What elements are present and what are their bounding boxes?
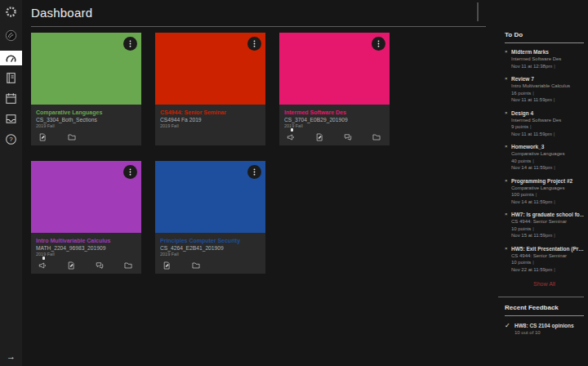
- nav-item-dashboard[interactable]: [0, 51, 22, 65]
- course-card-color-header[interactable]: [31, 161, 141, 233]
- due-text: Nov 11 at 12:38pm: [511, 64, 552, 69]
- course-card-title[interactable]: Intermed Software Des: [284, 109, 385, 116]
- close-x-icon[interactable]: ×: [505, 212, 508, 217]
- announcement-icon[interactable]: [38, 261, 47, 270]
- course-card[interactable]: Intro Multivariable Calculus MATH_2204_9…: [31, 161, 141, 274]
- course-card[interactable]: Intermed Software Des CS_3704_E0B29_2019…: [279, 33, 390, 145]
- course-card[interactable]: CS4944: Senior Seminar CS4944 Fa 2019 20…: [155, 33, 265, 145]
- assignment-icon[interactable]: [38, 133, 47, 141]
- unread-indicator-dot: [291, 128, 293, 132]
- course-card-term: 2019 Fall: [36, 123, 136, 129]
- todo-item[interactable]: × Midterm Marks Intermed Software Des No…: [505, 49, 584, 69]
- kebab-dots-glyph: [127, 40, 134, 47]
- feedback-item-title[interactable]: HW8: CS 2104 opinions: [514, 322, 584, 329]
- canvas-logo-icon[interactable]: [0, 3, 22, 20]
- calendar-icon: [5, 92, 17, 105]
- courses-book-icon: [5, 72, 17, 84]
- course-card-title[interactable]: Comparative Languages: [36, 109, 136, 116]
- course-card[interactable]: Comparative Languages CS_3304_Both_Secti…: [31, 33, 141, 145]
- separator: |: [530, 124, 532, 129]
- assignment-icon[interactable]: [67, 261, 75, 270]
- due-text: Nov 15 at 11:59pm: [511, 233, 552, 238]
- todo-item[interactable]: × Programming Project #2 Comparative Lan…: [505, 178, 584, 206]
- kebab-menu-icon[interactable]: [247, 37, 261, 51]
- close-x-icon[interactable]: ×: [505, 76, 508, 82]
- announcement-icon[interactable]: [287, 133, 295, 141]
- todo-item-title[interactable]: Homework_3: [511, 144, 584, 150]
- help-question-icon: ?: [5, 133, 17, 145]
- course-card-info: Principles Computer Security CS_4264_E2B…: [155, 233, 265, 273]
- course-card-color-header[interactable]: [31, 33, 141, 105]
- nav-item-help[interactable]: ?: [0, 131, 22, 147]
- folder-icon[interactable]: [372, 133, 381, 141]
- course-card-color-header[interactable]: [155, 33, 265, 105]
- nav-item-inbox[interactable]: [0, 110, 22, 127]
- close-x-icon[interactable]: ×: [505, 49, 508, 55]
- todo-item-title[interactable]: Design 4: [511, 110, 584, 117]
- course-card-code: CS4944 Fa 2019: [160, 116, 261, 123]
- course-card-info: Intermed Software Des CS_3704_E0B29_2019…: [279, 105, 390, 145]
- due-text: Nov 14 at 11:59pm: [511, 165, 552, 170]
- discussion-icon[interactable]: [344, 133, 352, 141]
- points-text: 9 points: [511, 124, 528, 129]
- show-all-link[interactable]: Show All: [505, 281, 584, 287]
- course-card-color-header[interactable]: [155, 161, 265, 233]
- todo-item[interactable]: × HW5: Exit Presentation (Pr… CS 4944: S…: [505, 246, 584, 274]
- course-card-term: 2019 Fall: [36, 252, 136, 257]
- due-text: Nov 11 at 11:59pm: [511, 132, 552, 136]
- todo-item[interactable]: × HW7: Is graduate school fo… CS 4944: S…: [505, 212, 584, 239]
- discussion-icon[interactable]: [96, 261, 104, 270]
- todo-item[interactable]: × Review 7 Intro Multivariable Calculus …: [505, 76, 584, 104]
- folder-icon[interactable]: [192, 261, 200, 270]
- points-text: 100 points: [511, 192, 534, 197]
- unread-indicator-dot: [42, 257, 45, 260]
- account-avatar-icon[interactable]: [0, 27, 22, 43]
- close-x-icon[interactable]: ×: [505, 178, 508, 184]
- course-card-title[interactable]: CS4944: Senior Seminar: [160, 109, 261, 116]
- todo-item-course: CS 4944: Senior Seminar: [511, 218, 584, 225]
- todo-item[interactable]: × Design 4 Intermed Software Des 9 point…: [505, 110, 584, 138]
- kebab-menu-icon[interactable]: [372, 37, 385, 51]
- separator: |: [554, 199, 555, 204]
- close-x-icon[interactable]: ×: [505, 110, 508, 116]
- folder-icon[interactable]: [68, 133, 76, 141]
- todo-item-due: Nov 11 at 11:59pm|: [511, 96, 584, 104]
- course-card-info: Comparative Languages CS_3304_Both_Secti…: [31, 105, 141, 145]
- course-card-title[interactable]: Intro Multivariable Calculus: [36, 237, 136, 244]
- separator: |: [536, 192, 537, 197]
- course-card-action-icons: [284, 132, 385, 141]
- todo-item-title[interactable]: Review 7: [511, 76, 584, 83]
- kebab-menu-icon[interactable]: [247, 165, 261, 179]
- todo-item-title[interactable]: HW7: Is graduate school fo…: [511, 212, 584, 218]
- course-card-code: CS_3704_E0B29_201909: [284, 116, 385, 123]
- todo-item-points: 40 points|: [511, 158, 584, 165]
- course-card-action-icons: [36, 261, 136, 270]
- close-x-icon[interactable]: ×: [505, 246, 508, 252]
- kebab-menu-icon[interactable]: [123, 37, 137, 51]
- kebab-menu-icon[interactable]: [123, 165, 137, 179]
- feedback-item[interactable]: ✓ HW8: CS 2104 opinions 10 out of 10: [505, 322, 584, 337]
- dashboard-gauge-icon: [5, 52, 17, 65]
- assignment-icon[interactable]: [315, 133, 323, 141]
- assignment-icon[interactable]: [163, 261, 171, 270]
- course-card[interactable]: Principles Computer Security CS_4264_E2B…: [155, 161, 265, 274]
- folder-icon[interactable]: [124, 261, 132, 270]
- todo-item-title[interactable]: Midterm Marks: [511, 49, 584, 56]
- separator: |: [532, 158, 534, 163]
- nav-item-calendar[interactable]: [0, 90, 22, 106]
- close-x-icon[interactable]: ×: [505, 144, 508, 150]
- todo-item-title[interactable]: HW5: Exit Presentation (Pr…: [511, 246, 584, 252]
- todo-item-course: Intermed Software Des: [511, 56, 584, 63]
- todo-item-title[interactable]: Programming Project #2: [511, 178, 584, 185]
- scrollbar-thumb[interactable]: [477, 2, 479, 21]
- course-card-title[interactable]: Principles Computer Security: [160, 237, 261, 244]
- course-card-info: CS4944: Senior Seminar CS4944 Fa 2019 20…: [155, 105, 265, 132]
- nav-item-courses[interactable]: [0, 69, 22, 86]
- separator: |: [554, 233, 555, 238]
- expand-arrow-icon[interactable]: →: [0, 350, 22, 363]
- todo-item[interactable]: × Homework_3 Comparative Languages 40 po…: [505, 144, 584, 172]
- todo-item-points: 10 points|: [511, 225, 584, 233]
- kebab-dots-glyph: [251, 40, 258, 47]
- course-card-color-header[interactable]: [279, 33, 390, 105]
- avatar-glyph: [5, 29, 17, 42]
